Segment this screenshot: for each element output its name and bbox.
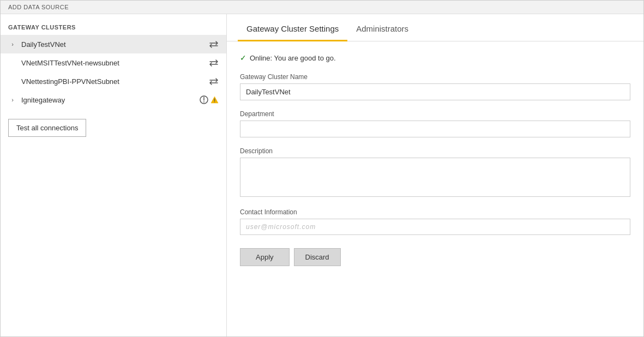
tabs-bar: Gateway Cluster Settings Administrators bbox=[227, 14, 643, 41]
tab-administrators[interactable]: Administrators bbox=[347, 14, 417, 41]
status-check-icon: ✓ bbox=[240, 53, 246, 62]
network-icon bbox=[209, 41, 219, 48]
gateway-name: DailyTestVNet bbox=[21, 40, 206, 49]
status-line: ✓ Online: You are good to go. bbox=[240, 53, 630, 62]
status-text: Online: You are good to go. bbox=[250, 54, 336, 62]
chevron-icon: › bbox=[8, 95, 17, 104]
contact-info-label: Contact Information bbox=[240, 208, 630, 216]
sidebar-item-ignite-gateway[interactable]: › Ignitegateway bbox=[1, 91, 226, 109]
chevron-icon: › bbox=[8, 40, 17, 49]
description-label: Description bbox=[240, 147, 630, 155]
description-textarea[interactable] bbox=[240, 158, 630, 197]
right-panel: Gateway Cluster Settings Administrators … bbox=[227, 14, 643, 336]
svg-point-1 bbox=[214, 101, 215, 102]
panel-body: ✓ Online: You are good to go. Gateway Cl… bbox=[227, 41, 643, 336]
test-all-connections-button[interactable]: Test all connections bbox=[8, 119, 86, 137]
button-row: Apply Discard bbox=[240, 248, 630, 266]
network-icon bbox=[200, 95, 208, 104]
gateway-name: Ignitegateway bbox=[21, 96, 197, 104]
discard-button[interactable]: Discard bbox=[294, 248, 341, 266]
apply-button[interactable]: Apply bbox=[240, 248, 290, 266]
gateway-name: VNettestingPBI-PPVNetSubnet bbox=[21, 77, 206, 86]
tab-gateway-cluster-settings[interactable]: Gateway Cluster Settings bbox=[238, 14, 347, 41]
warning-icon bbox=[210, 96, 219, 104]
sidebar-item-daily-test-vnet[interactable]: › DailyTestVNet bbox=[1, 35, 226, 53]
sidebar-section-label: GATEWAY CLUSTERS bbox=[1, 14, 226, 35]
main-content: GATEWAY CLUSTERS › DailyTestVNet › VNetM… bbox=[1, 14, 643, 336]
department-label: Department bbox=[240, 110, 630, 118]
network-icon bbox=[209, 78, 219, 85]
department-input[interactable] bbox=[240, 121, 630, 137]
gateway-name: VNetMSITTestVNet-newsubnet bbox=[21, 59, 206, 67]
cluster-name-label: Gateway Cluster Name bbox=[240, 73, 630, 81]
form-group-description: Description bbox=[240, 147, 630, 198]
sidebar-item-vnet-msit[interactable]: › VNetMSITTestVNet-newsubnet bbox=[1, 53, 226, 72]
form-group-cluster-name: Gateway Cluster Name bbox=[240, 73, 630, 100]
top-bar-label: ADD DATA SOURCE bbox=[8, 4, 69, 10]
contact-info-input[interactable] bbox=[240, 219, 630, 235]
sidebar-item-vnet-testing[interactable]: › VNettestingPBI-PPVNetSubnet bbox=[1, 72, 226, 91]
top-bar: ADD DATA SOURCE bbox=[1, 1, 643, 14]
network-icon bbox=[209, 59, 219, 67]
form-group-contact: Contact Information bbox=[240, 208, 630, 235]
cluster-name-input[interactable] bbox=[240, 83, 630, 100]
sidebar: GATEWAY CLUSTERS › DailyTestVNet › VNetM… bbox=[1, 14, 227, 336]
form-group-department: Department bbox=[240, 110, 630, 137]
